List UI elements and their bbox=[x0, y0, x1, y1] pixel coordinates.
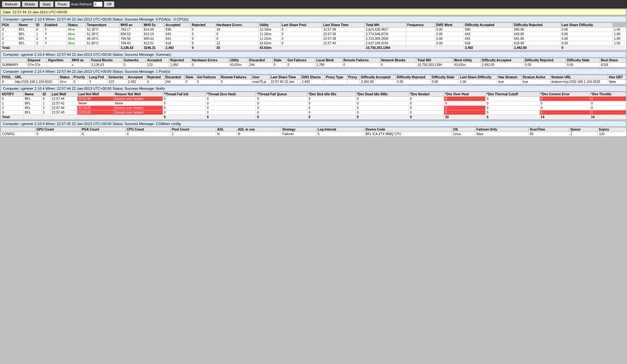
col-p-getworks: Getworks bbox=[107, 75, 127, 80]
summary-section-header: Computer: cgminer 2.10.4 When: 22:57:44 … bbox=[1, 52, 626, 57]
col-s-found: Found Blocks bbox=[90, 58, 123, 63]
col-p-diffstale: Difficulty Stale bbox=[430, 75, 459, 80]
notify-section: Computer: cgminer 2.10.4 When: 22:57:44 … bbox=[1, 86, 626, 119]
col-s-algorithm: Algorithm bbox=[47, 58, 71, 63]
stats-button[interactable]: Stats bbox=[40, 1, 54, 7]
col-temp: Temperature bbox=[86, 23, 120, 27]
col-s-totalmh: Total MH bbox=[416, 58, 453, 63]
auto-refresh-input[interactable] bbox=[93, 2, 103, 7]
auto-refresh-label: Auto Refresh bbox=[71, 2, 92, 6]
col-c-failover: Failover-Only bbox=[475, 127, 528, 132]
table-row: Total:3,136.633246.312,49203043.63/m10,7… bbox=[1, 46, 626, 50]
col-p-proxy: Proxy bbox=[347, 75, 360, 80]
col-n-devcomms: *Dev Comms Error bbox=[539, 92, 590, 97]
col-p-remotefail: Remote Failures bbox=[220, 75, 251, 80]
col-p-rejected: Rejected bbox=[146, 75, 164, 80]
col-p-stratumactive: Stratum Active bbox=[522, 75, 550, 80]
col-n-devthermal: *Dev Thermal Cutoff bbox=[486, 92, 540, 97]
pools-section-header: Computer: cgminer 2.10.4 When: 22:57:44 … bbox=[1, 69, 626, 74]
col-id: ID bbox=[35, 23, 43, 27]
col-p-longpoll: Long Poll bbox=[88, 75, 107, 80]
config-section-header: Computer: cgminer 2.10.4 When: 22:57:45 … bbox=[1, 121, 626, 127]
col-c-scantime: ScanTime bbox=[529, 127, 569, 132]
col-c-pgacount: PGA Count bbox=[81, 127, 126, 132]
date-bar: Date: 22:57:44 22-Jan-2013 UTC+00:00 bbox=[1, 9, 626, 15]
col-p-user: User bbox=[251, 75, 269, 80]
table-row: 0BFL0YAlive52.30°C763.17814.0059001810.3… bbox=[1, 27, 626, 32]
col-s-getworks: Getworks bbox=[122, 58, 146, 63]
col-lastpool: Last Share Pool bbox=[281, 23, 322, 27]
table-row: 3BFL322:57:4022:55:01Device over heated0… bbox=[1, 110, 626, 115]
col-n-name: Name bbox=[24, 92, 42, 97]
col-mhsav: MHS av bbox=[120, 23, 143, 27]
col-s-label bbox=[1, 58, 27, 63]
table-row: 0BFL022:57:4422:52:44Device over heated0… bbox=[1, 97, 626, 101]
col-n-notify: NOTIFY bbox=[1, 92, 24, 97]
col-name: Name bbox=[18, 23, 35, 27]
col-c-cpucount: CPU Count bbox=[126, 127, 171, 132]
table-row: 1BFL122:57:42NeverNone0000000000 bbox=[1, 101, 626, 106]
col-p-proxytype: Proxy Type bbox=[325, 75, 347, 80]
config-table: GPU Count PGA Count CPU Count Pool Count… bbox=[1, 127, 626, 136]
col-s-getfail: Get Failures bbox=[286, 58, 315, 63]
col-n-devnostart: *Dev Nostart bbox=[409, 92, 444, 97]
col-n-devoverheat: *Dev Over Heat bbox=[444, 92, 486, 97]
off-button[interactable]: Off bbox=[104, 1, 114, 7]
col-s-elapsed: Elapsed bbox=[26, 58, 47, 63]
col-n-devdead: *Dev Dead Idle 600s bbox=[356, 92, 409, 97]
col-c-label bbox=[1, 127, 36, 132]
col-s-diffstale: Difficulty Stale bbox=[566, 58, 600, 63]
col-c-os: OS bbox=[452, 127, 475, 132]
pga-table: PGA Name ID Enabled Status Temperature M… bbox=[1, 23, 626, 50]
col-n-id: ID bbox=[42, 92, 51, 97]
col-c-poolcount: Pool Count bbox=[171, 127, 216, 132]
col-s-netblocks: Network Blocks bbox=[380, 58, 416, 63]
col-p-priority: Priority bbox=[72, 75, 88, 80]
col-n-lastnotwell: Last Not Well bbox=[77, 92, 114, 97]
col-n-threadzerohash: *Thread Zero Hash bbox=[206, 92, 256, 97]
col-p-discarded: Discarded bbox=[164, 75, 185, 80]
col-status: Status bbox=[67, 23, 86, 27]
col-s-hwerr: Hardware Errors bbox=[191, 58, 229, 63]
col-s-utility: Utility bbox=[229, 58, 248, 63]
pools-table: POOL URL Status Priority Long Poll Getwo… bbox=[1, 75, 626, 84]
pools-button[interactable]: Pools bbox=[55, 1, 70, 7]
col-p-hasgbt: Has GBT bbox=[608, 75, 626, 80]
notify-section-header: Computer: cgminer 2.10.4 When: 22:57:44 … bbox=[1, 86, 626, 91]
table-row: Total:0000002001414 bbox=[1, 115, 626, 119]
col-mhs5s: MHS 5s bbox=[143, 23, 165, 27]
col-s-diffacc: Difficulty Accepted bbox=[481, 58, 524, 63]
col-diff1work: Diff1 Work bbox=[435, 23, 464, 27]
col-n-threadfailq: *Thread Fail Queue bbox=[256, 92, 308, 97]
col-diffacc: Difficulty Accepted bbox=[464, 23, 513, 27]
refresh-button[interactable]: Refresh bbox=[2, 1, 21, 7]
table-row: 1BFL1YAlive51.30°C809.53813.196430011.26… bbox=[1, 32, 626, 37]
col-s-localwork: Local Work bbox=[315, 58, 342, 63]
col-c-loginterval: Log Interval bbox=[316, 127, 364, 132]
col-utility: Utility bbox=[258, 23, 281, 27]
mobile-button[interactable]: Mobile bbox=[22, 1, 38, 7]
col-enabled: Enabled bbox=[43, 23, 67, 27]
col-hwerr: Hardware Errors bbox=[215, 23, 258, 27]
col-p-diffacc: Difficulty Accepted bbox=[360, 75, 396, 80]
col-s-stale: Stale bbox=[273, 58, 286, 63]
col-s-rejected: Rejected bbox=[169, 58, 191, 63]
col-s-remotefail: Remote Failures bbox=[342, 58, 380, 63]
col-n-lastwell: Last Well bbox=[51, 92, 77, 97]
col-s-bestshare: Best Share bbox=[600, 58, 626, 63]
col-p-diff1shares: Diff1 Shares bbox=[301, 75, 325, 80]
col-s-discarded: Discarded bbox=[248, 58, 272, 63]
col-c-gpucount: GPU Count bbox=[35, 127, 81, 132]
pools-section: Computer: cgminer 2.10.4 When: 22:57:44 … bbox=[1, 69, 626, 84]
col-accepted: Accepted bbox=[165, 23, 191, 27]
summary-section: Computer: cgminer 2.10.4 When: 22:57:44 … bbox=[1, 52, 626, 67]
col-n-threadfail: *Thread Fail Init bbox=[163, 92, 206, 97]
col-lasttime: Last Share Time bbox=[322, 23, 364, 27]
pga-section-header: Computer: cgminer 2.10.4 When: 22:57:44 … bbox=[1, 16, 626, 22]
col-c-adlinuse: ADL in use bbox=[237, 127, 281, 132]
col-s-diffrej: Difficulty Rejected bbox=[524, 58, 566, 63]
col-p-url: URL bbox=[14, 75, 58, 80]
col-p-diffrej: Difficulty Rejected bbox=[396, 75, 431, 80]
col-c-devicecode: Device Code bbox=[364, 127, 452, 132]
col-p-stratumurl: Stratum URL bbox=[550, 75, 608, 80]
